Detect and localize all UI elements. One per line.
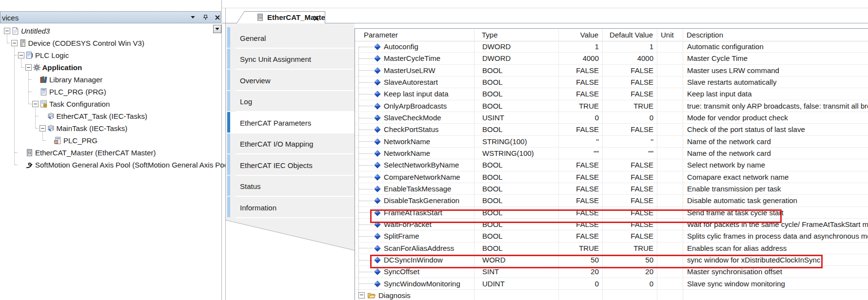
tab-separator [236,217,354,218]
tree-item-device-codesys-control-win-v3-[interactable]: Device (CODESYS Control Win V3) [11,37,144,49]
table-row-enabletaskmessage[interactable]: EnableTaskMessageBOOLFALSEFALSEEnable tr… [355,183,868,195]
table-row-syncwindowmonitoring[interactable]: SyncWindowMonitoringUDINT00Slave sync wi… [355,278,868,290]
tree-item-library-manager[interactable]: Library Manager [32,74,102,86]
tab-stripe [227,176,230,196]
tree-line [36,128,39,129]
param-value[interactable]: FALSE [541,183,599,194]
panel-menu-icon[interactable] [189,14,197,21]
table-row-networkname[interactable]: NetworkNameWSTRING(100)""""Name of the n… [355,148,868,159]
expander-minus-icon[interactable] [39,125,46,131]
table-row-splitframe[interactable]: SplitFrameBOOLFALSEFALSESplits cylic fra… [355,230,868,242]
expander-minus-icon[interactable] [18,52,24,58]
side-tab-ethercat-parameters[interactable]: EtherCAT Parameters [226,112,355,133]
param-default: FALSE [603,88,653,99]
side-tab-sync-unit-assignment[interactable]: Sync Unit Assignment [226,49,355,70]
pin-icon[interactable] [201,14,209,21]
param-value[interactable]: FALSE [541,195,599,206]
table-row-slaveautorestart[interactable]: SlaveAutorestartBOOLFALSEFALSESlave rest… [355,76,868,88]
tree-line [43,140,46,141]
param-value[interactable]: 0 [541,112,599,123]
task-icon [47,112,55,120]
param-value[interactable]: FALSE [541,159,599,170]
table-row-keep-last-input-data[interactable]: Keep last input dataBOOLFALSEFALSEKeep l… [355,88,868,100]
tab-close-icon[interactable] [314,12,319,23]
tree-line [359,248,373,248]
col-header-type[interactable]: Type [482,30,498,40]
devices-panel-title: vices [2,13,19,21]
table-row-comparenetworkname[interactable]: CompareNetworkNameBOOLFALSEFALSEComapare… [355,171,868,183]
tree-item-plc-prg-prg-[interactable]: PLC_PRG (PRG) [32,86,106,98]
tree-line [29,79,32,80]
param-value[interactable]: TRUE [541,100,599,112]
table-row-networkname[interactable]: NetworkNameSTRING(100)''''Name of the ne… [355,136,868,148]
side-tab-status[interactable]: Status [226,176,355,197]
tree-item-application[interactable]: Application [25,61,82,74]
close-icon[interactable] [214,14,221,21]
devices-panel-header[interactable]: vices [0,11,221,23]
param-value[interactable]: TRUE [541,243,599,254]
col-header-value[interactable]: Value [540,30,598,40]
param-value[interactable]: 4000 [541,53,599,64]
param-value[interactable]: FALSE [541,88,599,99]
param-value[interactable]: "" [541,148,599,159]
tree-item-plc-prg[interactable]: PLC_PRG [46,134,98,147]
tree-item-ethercat-task-iec-tasks-[interactable]: EtherCAT_Task (IEC-Tasks) [39,110,147,122]
col-header-unit[interactable]: Unit [661,30,674,40]
param-value[interactable]: FALSE [541,124,599,135]
table-row-mastercycletime[interactable]: MasterCycleTimeDWORD40004000Master Cycle… [355,53,868,64]
tree-line [359,225,373,225]
param-value[interactable]: 0 [541,278,599,289]
document-tab-ethercat-master[interactable]: EtherCAT_Master [237,11,325,23]
tree-dropdown-button[interactable] [213,25,221,33]
expander-minus-icon[interactable] [32,101,39,107]
expander-minus-icon[interactable] [358,292,365,299]
tree-item-softmotion-general-axis-pool-softmotion-[interactable]: SoftMotion General Axis Pool (SoftMotion… [18,159,232,171]
table-row-diagnosis[interactable]: Diagnosis [355,290,868,300]
table-row-masteruselrw[interactable]: MasterUseLRWBOOLFALSEFALSEMaster uses LR… [355,65,868,76]
tree-item-untitled3[interactable]: Untitled3 [4,25,50,37]
side-tab-overview[interactable]: Overview [226,70,355,91]
expander-minus-icon[interactable] [4,28,10,34]
col-header-default-value[interactable]: Default Value [603,30,653,40]
parameter-icon [374,138,381,145]
col-header-description[interactable]: Description [687,30,723,40]
tree-line [359,177,373,177]
table-row-selectnetworkbyname[interactable]: SelectNetworkByNameBOOLFALSEFALSESelect … [355,159,868,171]
expander-minus-icon[interactable] [11,40,18,46]
device-icon [19,39,27,47]
tree-item-task-configuration[interactable]: Task Configuration [32,98,110,110]
side-tab-ethercat-iec-objects[interactable]: EtherCAT IEC Objects [226,154,355,176]
tree-line [359,189,373,189]
param-description: Check of the port status of last slave [687,124,805,135]
side-tab-label: Overview [240,76,271,84]
param-value[interactable]: FALSE [541,76,599,88]
param-name: SlaveAutorestart [384,76,438,88]
param-name: Autoconfig [384,41,418,52]
side-tab-information[interactable]: Information [226,197,355,218]
param-default: FALSE [603,159,653,170]
param-value[interactable]: FALSE [541,171,599,183]
tree-item-plc-logic[interactable]: PLC Logic [18,49,69,61]
param-value[interactable]: FALSE [541,230,599,242]
tree-line [359,236,373,237]
table-row-scanforaliasaddress[interactable]: ScanForAliasAddressBOOLTRUETRUEEnables s… [355,243,868,254]
param-name: NetworkName [384,136,430,147]
side-tab-log[interactable]: Log [226,91,355,112]
table-row-autoconfig[interactable]: AutoconfigDWORD11Automatic configuration [355,41,868,53]
param-value[interactable]: 1 [541,41,599,52]
table-row-checkportstatus[interactable]: CheckPortStatusBOOLFALSEFALSECheck of th… [355,124,868,135]
tree-item-maintask-iec-tasks-[interactable]: MainTask (IEC-Tasks) [39,122,128,134]
param-value[interactable]: FALSE [541,65,599,76]
highlight-box [370,255,823,268]
table-row-slavecheckmode[interactable]: SlaveCheckModeUSINT00Mode for vendor pro… [355,112,868,124]
tree-item-ethercat-master-ethercat-master-[interactable]: EtherCAT_Master (EtherCAT Master) [18,147,156,159]
table-row-disabletaskgeneration[interactable]: DisableTaskGenerationBOOLFALSEFALSEDisab… [355,195,868,206]
side-tab-general[interactable]: General [226,27,355,49]
table-row-onlyarpbroadcasts[interactable]: OnlyArpBroadcastsBOOLTRUETRUEtrue: trans… [355,100,868,112]
col-header-parameter[interactable]: Parameter [364,30,398,40]
tree-line [359,47,373,47]
expander-minus-icon[interactable] [25,64,32,71]
side-tab-ethercat-i-o-mapping[interactable]: EtherCAT I/O Mapping [226,133,355,155]
tree-line [359,165,373,166]
param-value[interactable]: '' [541,136,599,147]
